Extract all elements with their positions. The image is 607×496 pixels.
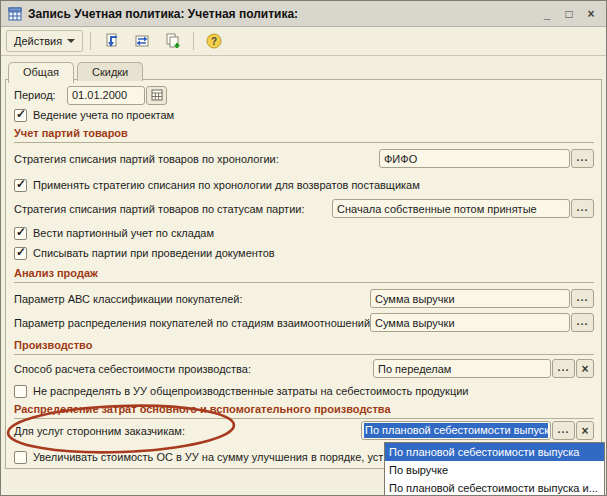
chronology-field[interactable]: ФИФО: [379, 149, 570, 168]
tab-strip: Общая Скидки: [1, 56, 606, 81]
checkbox-projects[interactable]: [14, 109, 27, 122]
help-button[interactable]: ?: [201, 29, 227, 53]
period-row: Период: 01.01.2000: [14, 85, 594, 105]
checkbox-warehouses-label: Вести партионный учет по складам: [33, 227, 214, 239]
section-heading-sales: Анализ продаж: [14, 267, 594, 283]
section-heading-batches: Учет партий товаров: [14, 127, 594, 143]
abc-select-button[interactable]: ...: [571, 289, 594, 308]
actions-menu-button[interactable]: Действия: [6, 30, 83, 52]
dropdown-option-planned-cost-and[interactable]: По плановой себестоимости выпуска и...: [385, 479, 604, 496]
status-select-button[interactable]: ...: [571, 199, 594, 218]
checkbox-projects-label: Ведение учета по проектам: [33, 109, 174, 121]
checkbox-returns-label: Применять стратегию списания по хронолог…: [33, 179, 420, 191]
checkbox-writeoff-label: Списывать партии при проведении документ…: [33, 247, 275, 259]
checkbox-row-returns[interactable]: Применять стратегию списания по хронолог…: [14, 177, 594, 193]
cost-method-clear-button[interactable]: ×: [576, 359, 594, 378]
status-field[interactable]: Сначала собственные потом принятые: [332, 199, 570, 218]
field-row-status: Стратегия списания партий товаров по ста…: [14, 199, 594, 219]
period-label: Период:: [14, 89, 56, 101]
checkbox-row-overhead[interactable]: Не распределять в УУ общепроизводственны…: [14, 383, 594, 399]
checkbox-fixed-assets[interactable]: [14, 451, 27, 464]
chevron-down-icon: [67, 39, 75, 43]
toolbar: Действия: [1, 27, 606, 56]
tab-general[interactable]: Общая: [8, 62, 74, 83]
chronology-label: Стратегия списания партий товаров по хро…: [14, 153, 279, 165]
close-button[interactable]: ×: [583, 6, 599, 22]
field-row-abc: Параметр АВС классификации покупателей: …: [14, 289, 594, 309]
services-clear-button[interactable]: ×: [576, 421, 594, 440]
help-icon: ?: [206, 33, 222, 49]
refresh-icon: [134, 33, 150, 49]
field-row-services: Для услуг сторонним заказчикам: По плано…: [14, 421, 594, 441]
write-record-button[interactable]: [98, 29, 124, 53]
services-combo-field[interactable]: По плановой себестоимости выпуск: [361, 421, 551, 440]
stages-select-button[interactable]: ...: [571, 313, 594, 332]
copy-button[interactable]: [160, 29, 186, 53]
svg-text:?: ?: [211, 36, 217, 47]
status-label: Стратегия списания партий товаров по ста…: [14, 203, 305, 215]
cost-method-field[interactable]: По переделам: [373, 359, 551, 378]
checkbox-writeoff[interactable]: [14, 247, 27, 260]
abc-label: Параметр АВС классификации покупателей:: [14, 293, 242, 305]
dropdown-option-revenue[interactable]: По выручке: [385, 461, 604, 479]
tab-discounts[interactable]: Скидки: [77, 62, 143, 81]
stages-label: Параметр распределения покупателей по ст…: [14, 317, 373, 329]
calendar-icon: [151, 89, 163, 101]
field-row-stages: Параметр распределения покупателей по ст…: [14, 313, 594, 333]
services-label: Для услуг сторонним заказчикам:: [14, 425, 185, 437]
checkbox-row-writeoff[interactable]: Списывать партии при проведении документ…: [14, 245, 594, 261]
services-dropdown-list: По плановой себестоимости выпуска По выр…: [384, 442, 605, 496]
period-input[interactable]: 01.01.2000: [67, 86, 145, 105]
refresh-button[interactable]: [129, 29, 155, 53]
window-title: Запись Учетная политика: Учетная политик…: [28, 7, 533, 21]
section-heading-production: Производство: [14, 339, 594, 355]
checkbox-overhead[interactable]: [14, 385, 27, 398]
dropdown-option-planned-cost[interactable]: По плановой себестоимости выпуска: [385, 443, 604, 461]
field-row-cost-method: Способ расчета себестоимости производств…: [14, 359, 594, 379]
write-record-icon: [103, 33, 119, 49]
toolbar-separator: [193, 32, 194, 50]
field-row-chronology: Стратегия списания партий товаров по хро…: [14, 149, 594, 169]
minimize-button[interactable]: _: [539, 6, 555, 22]
accounting-policy-window: Запись Учетная политика: Учетная политик…: [0, 0, 607, 496]
services-select-button[interactable]: ...: [552, 421, 575, 440]
window-grid-icon: [8, 7, 22, 21]
checkbox-row-warehouses[interactable]: Вести партионный учет по складам: [14, 225, 594, 241]
stages-field[interactable]: Сумма выручки: [370, 313, 570, 332]
chronology-select-button[interactable]: ...: [571, 149, 594, 168]
copy-add-icon: [165, 33, 181, 49]
checkbox-fixed-assets-label: Увеличивать стоимость ОС в УУ на сумму у…: [33, 451, 383, 463]
services-combo-selected-text: По плановой себестоимости выпуск: [364, 423, 548, 438]
tab-page-general: Период: 01.01.2000 Ведение учета по прое…: [5, 79, 602, 469]
abc-field[interactable]: Сумма выручки: [370, 289, 570, 308]
section-heading-distribution: Распределение затрат основного и вспомог…: [14, 403, 594, 419]
actions-menu-label: Действия: [14, 35, 62, 47]
checkbox-overhead-label: Не распределять в УУ общепроизводственны…: [33, 385, 469, 397]
cost-method-label: Способ расчета себестоимости производств…: [14, 363, 251, 375]
maximize-button[interactable]: □: [561, 6, 577, 22]
calendar-button[interactable]: [146, 86, 167, 105]
cost-method-select-button[interactable]: ...: [552, 359, 575, 378]
checkbox-row-projects[interactable]: Ведение учета по проектам: [14, 107, 594, 123]
title-bar: Запись Учетная политика: Учетная политик…: [1, 1, 606, 27]
checkbox-warehouses[interactable]: [14, 227, 27, 240]
toolbar-separator: [90, 32, 91, 50]
checkbox-returns[interactable]: [14, 179, 27, 192]
